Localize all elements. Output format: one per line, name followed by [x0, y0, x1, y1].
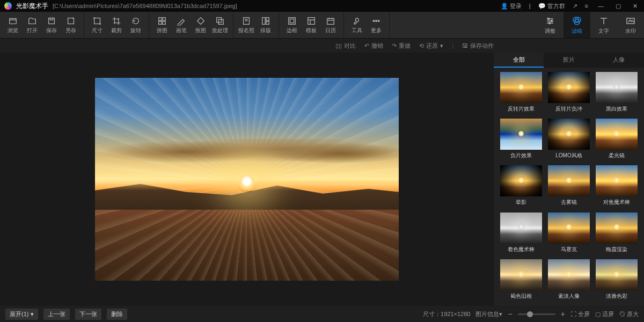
undo-button[interactable]: ↶ 撤销	[364, 42, 383, 50]
divider: |	[452, 42, 453, 49]
image-canvas[interactable]	[95, 78, 399, 281]
tool-文字[interactable]: 文字	[590, 12, 617, 38]
minimize-button[interactable]: —	[596, 3, 606, 9]
svg-point-22	[373, 20, 375, 21]
share-icon[interactable]: ↗	[573, 3, 577, 10]
filter-晚霞渲染[interactable]: 晚霞渲染	[594, 213, 640, 255]
filter-淡雅色彩[interactable]: 淡雅色彩	[594, 259, 640, 302]
maximize-button[interactable]: ▢	[613, 3, 623, 10]
tool-水印[interactable]: 水印	[617, 12, 644, 38]
svg-point-26	[551, 20, 553, 21]
tool-批处理[interactable]: 批处理	[210, 12, 230, 38]
toolbar: 浏览打开保存另存 尺寸裁剪旋转 拼图画笔抠图批处理 报名照排版 边框模板日历 工…	[0, 12, 644, 39]
filter-label: 反转片负冲	[555, 105, 582, 113]
filter-晕影[interactable]: 晕影	[498, 165, 544, 208]
svg-point-23	[376, 20, 377, 21]
close-button[interactable]: ✕	[631, 3, 640, 10]
zoom-out-button[interactable]: −	[508, 310, 512, 318]
filter-黑白效果[interactable]: 黑白效果	[594, 72, 640, 114]
tool-尺寸[interactable]: 尺寸	[87, 12, 107, 38]
menu-icon[interactable]: ≡	[585, 3, 588, 9]
filter-去雾镜[interactable]: 去雾镜	[546, 165, 591, 208]
tool-另存[interactable]: 另存	[61, 12, 80, 38]
prev-button[interactable]: 上一张	[43, 309, 70, 320]
svg-point-27	[549, 22, 551, 24]
login-link[interactable]: 👤 登录	[501, 2, 522, 10]
delete-button[interactable]: 删除	[107, 309, 127, 320]
tool-更多[interactable]: 更多	[367, 12, 386, 38]
tab-人像[interactable]: 人像	[594, 53, 644, 68]
tab-全部[interactable]: 全部	[494, 53, 544, 68]
svg-rect-2	[50, 18, 53, 20]
zoom-in-button[interactable]: +	[561, 310, 565, 318]
filter-LOMO风格[interactable]: LOMO风格	[546, 119, 591, 161]
filter-thumbnail	[596, 213, 638, 244]
filter-label: 去雾镜	[561, 199, 577, 206]
filter-反转片效果[interactable]: 反转片效果	[498, 72, 544, 114]
tool-浏览[interactable]: 浏览	[3, 12, 23, 38]
filter-反转片负冲[interactable]: 反转片负冲	[546, 72, 591, 114]
svg-rect-17	[266, 21, 269, 24]
svg-rect-20	[308, 17, 315, 24]
redo-button[interactable]: ↷ 重做	[392, 42, 411, 50]
original-button[interactable]: ◎ 原大	[619, 310, 639, 318]
tool-抠图[interactable]: 抠图	[191, 12, 210, 38]
svg-rect-9	[159, 21, 162, 24]
filter-thumbnail	[548, 259, 590, 290]
filter-褐色旧相[interactable]: 褐色旧相	[498, 259, 544, 302]
filter-素淡人像[interactable]: 素淡人像	[546, 259, 591, 302]
filter-柔光镜[interactable]: 柔光镜	[594, 119, 640, 161]
info-dropdown[interactable]: 图片信息▾	[475, 310, 502, 318]
size-label: 尺寸：1921×1280	[423, 310, 470, 318]
tool-打开[interactable]: 打开	[23, 12, 42, 38]
filter-label: 反转片效果	[508, 105, 535, 113]
fullscreen-button[interactable]: ⛶ 全屏	[570, 310, 590, 318]
filter-thumbnail	[548, 165, 590, 196]
statusbar: 展开(1) ▾ 上一张 下一张 删除 尺寸：1921×1280 图片信息▾ − …	[0, 306, 644, 322]
compare-button[interactable]: ▯▯ 对比	[335, 42, 356, 50]
filter-thumbnail	[500, 72, 542, 103]
filter-label: LOMO风格	[555, 152, 582, 159]
divider: |	[529, 3, 531, 9]
tool-旋转[interactable]: 旋转	[126, 12, 145, 38]
filter-label: 晚霞渲染	[606, 246, 627, 253]
filter-负片效果[interactable]: 负片效果	[498, 119, 544, 161]
tool-画笔[interactable]: 画笔	[172, 12, 191, 38]
filter-label: 对焦魔术棒	[603, 199, 630, 206]
svg-rect-11	[217, 17, 222, 22]
filter-thumbnail	[548, 72, 590, 103]
svg-point-24	[378, 20, 379, 21]
zoom-slider[interactable]	[518, 313, 555, 315]
filter-对焦魔术棒[interactable]: 对焦魔术棒	[594, 165, 640, 208]
filter-thumbnail	[548, 213, 590, 244]
group-link[interactable]: 💬 官方群	[538, 2, 565, 10]
filter-马赛克[interactable]: 马赛克	[546, 213, 591, 255]
tool-边框[interactable]: 边框	[282, 12, 302, 38]
tool-调整[interactable]: 调整	[537, 12, 564, 38]
save-action-button[interactable]: 🖫 保存动作	[462, 42, 494, 50]
filter-thumbnail	[596, 119, 638, 150]
tab-胶片[interactable]: 胶片	[544, 53, 594, 68]
filter-thumbnail	[548, 119, 590, 150]
tool-保存[interactable]: 保存	[42, 12, 61, 38]
tool-滤镜[interactable]: 滤镜	[564, 12, 590, 38]
tool-报名照[interactable]: 报名照	[237, 12, 256, 38]
svg-point-14	[245, 19, 247, 21]
app-logo	[4, 2, 12, 10]
tool-日历[interactable]: 日历	[321, 12, 340, 38]
tool-裁剪[interactable]: 裁剪	[107, 12, 126, 38]
expand-button[interactable]: 展开(1) ▾	[5, 309, 38, 320]
next-button[interactable]: 下一张	[75, 309, 101, 320]
restore-button[interactable]: ⟲ 还原 ▾	[419, 42, 443, 50]
tool-模板[interactable]: 模板	[302, 12, 321, 38]
filter-label: 晕影	[516, 199, 526, 206]
fit-button[interactable]: ▢ 适屏	[595, 310, 614, 318]
filter-label: 着色魔术棒	[508, 246, 535, 253]
filter-着色魔术棒[interactable]: 着色魔术棒	[498, 213, 544, 255]
filter-label: 淡雅色彩	[606, 292, 627, 300]
filter-label: 褐色旧相	[510, 292, 532, 300]
tool-工具[interactable]: 工具	[347, 12, 367, 38]
svg-rect-4	[94, 18, 100, 24]
tool-拼图[interactable]: 拼图	[152, 12, 172, 38]
tool-排版[interactable]: 排版	[256, 12, 275, 38]
